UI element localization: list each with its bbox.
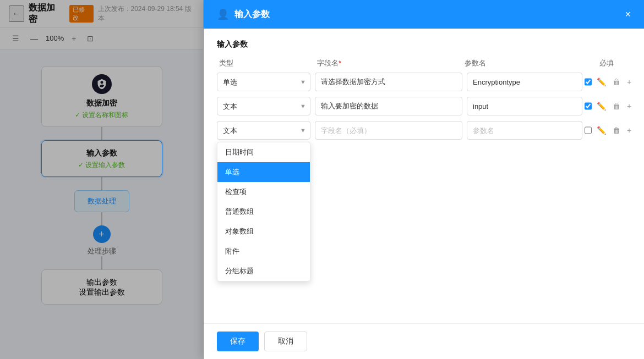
row3-required-col: ✏️ 🗑 + bbox=[587, 125, 631, 136]
col-param-header: 参数名 bbox=[465, 58, 580, 68]
row3-type-col: 文本 单选 日期时间 检查项 普通数组 对象数组 附件 分组标题 ▼ bbox=[217, 121, 310, 140]
modal-footer: 保存 取消 bbox=[204, 323, 644, 359]
col-field-header: 字段名* bbox=[317, 58, 460, 68]
row1-type-select-wrapper: 单选 文本 日期时间 检查项 普通数组 对象数组 附件 分组标题 ▼ bbox=[217, 73, 310, 91]
row1-required-col: ✏️ 🗑 + bbox=[587, 76, 631, 87]
row3-add-button[interactable]: + bbox=[625, 125, 633, 136]
row2-add-button[interactable]: + bbox=[625, 101, 633, 112]
row2-edit-button[interactable]: ✏️ bbox=[595, 101, 608, 112]
dropdown-item-single[interactable]: 单选 bbox=[217, 162, 310, 182]
table-row: 单选 文本 日期时间 检查项 普通数组 对象数组 附件 分组标题 ▼ bbox=[217, 73, 631, 91]
row3-field-input[interactable] bbox=[315, 121, 462, 140]
row3-type-select-wrapper: 文本 单选 日期时间 检查项 普通数组 对象数组 附件 分组标题 ▼ bbox=[217, 121, 310, 140]
dropdown-item-array[interactable]: 普通数组 bbox=[217, 202, 310, 222]
row2-param-col bbox=[467, 97, 582, 115]
col-required-header: 必填 bbox=[585, 58, 629, 68]
row3-type-select[interactable]: 文本 单选 日期时间 检查项 普通数组 对象数组 附件 分组标题 bbox=[217, 121, 310, 140]
type-dropdown-menu: 日期时间 单选 检查项 普通数组 对象数组 附件 分组标题 bbox=[217, 142, 310, 281]
dropdown-item-checkbox[interactable]: 检查项 bbox=[217, 182, 310, 202]
row2-required-checkbox[interactable] bbox=[585, 102, 592, 111]
dropdown-item-attachment[interactable]: 附件 bbox=[217, 241, 310, 261]
row1-param-col bbox=[467, 73, 582, 91]
row2-type-col: 文本 单选 日期时间 检查项 普通数组 对象数组 附件 分组标题 ▼ bbox=[217, 97, 310, 115]
param-table: 类型 字段名* 参数名 必填 单选 文本 日期时间 检查项 普 bbox=[217, 58, 631, 140]
modal-header-icon: 👤 bbox=[217, 8, 229, 20]
row1-field-input[interactable] bbox=[315, 73, 462, 91]
col-type-header: 类型 bbox=[219, 58, 313, 68]
row3-param-col bbox=[467, 121, 582, 140]
row2-param-input[interactable] bbox=[467, 97, 582, 115]
modal-input-params: 👤 输入参数 × 输入参数 类型 字段名* 参数名 必填 单选 bbox=[204, 0, 644, 359]
row2-required-col: ✏️ 🗑 + bbox=[587, 101, 631, 112]
modal-body: 输入参数 类型 字段名* 参数名 必填 单选 文本 日期时间 bbox=[204, 29, 644, 323]
row1-type-col: 单选 文本 日期时间 检查项 普通数组 对象数组 附件 分组标题 ▼ bbox=[217, 73, 310, 91]
dropdown-item-group[interactable]: 分组标题 bbox=[217, 261, 310, 281]
modal-section-title: 输入参数 bbox=[217, 40, 631, 49]
row1-required-checkbox[interactable] bbox=[585, 78, 592, 86]
row1-type-select[interactable]: 单选 文本 日期时间 检查项 普通数组 对象数组 附件 分组标题 bbox=[217, 73, 310, 91]
row2-type-select[interactable]: 文本 单选 日期时间 检查项 普通数组 对象数组 附件 分组标题 bbox=[217, 97, 310, 115]
modal-header: 👤 输入参数 × bbox=[204, 0, 644, 29]
row2-field-input[interactable] bbox=[315, 97, 462, 115]
row1-delete-button[interactable]: 🗑 bbox=[611, 76, 622, 87]
cancel-button[interactable]: 取消 bbox=[264, 332, 307, 351]
row3-field-col bbox=[315, 121, 462, 140]
modal-title: 输入参数 bbox=[234, 9, 270, 20]
row2-delete-button[interactable]: 🗑 bbox=[611, 101, 622, 112]
row2-type-select-wrapper: 文本 单选 日期时间 检查项 普通数组 对象数组 附件 分组标题 ▼ bbox=[217, 97, 310, 115]
row1-edit-button[interactable]: ✏️ bbox=[595, 76, 608, 87]
dropdown-item-datetime[interactable]: 日期时间 bbox=[217, 142, 310, 162]
param-table-header: 类型 字段名* 参数名 必填 bbox=[217, 58, 631, 68]
table-row: 文本 单选 日期时间 检查项 普通数组 对象数组 附件 分组标题 ▼ bbox=[217, 97, 631, 115]
row3-delete-button[interactable]: 🗑 bbox=[611, 125, 622, 136]
row3-param-input[interactable] bbox=[467, 121, 582, 140]
save-button[interactable]: 保存 bbox=[217, 332, 259, 351]
row1-param-input[interactable] bbox=[467, 73, 582, 91]
dropdown-item-obj-array[interactable]: 对象数组 bbox=[217, 222, 310, 241]
row1-field-col bbox=[315, 73, 462, 91]
row3-edit-button[interactable]: ✏️ bbox=[595, 125, 608, 136]
row3-required-checkbox[interactable] bbox=[585, 126, 592, 135]
modal-close-button[interactable]: × bbox=[625, 9, 631, 19]
row1-add-button[interactable]: + bbox=[625, 76, 633, 87]
table-row: 文本 单选 日期时间 检查项 普通数组 对象数组 附件 分组标题 ▼ bbox=[217, 121, 631, 140]
row2-field-col bbox=[315, 97, 462, 115]
